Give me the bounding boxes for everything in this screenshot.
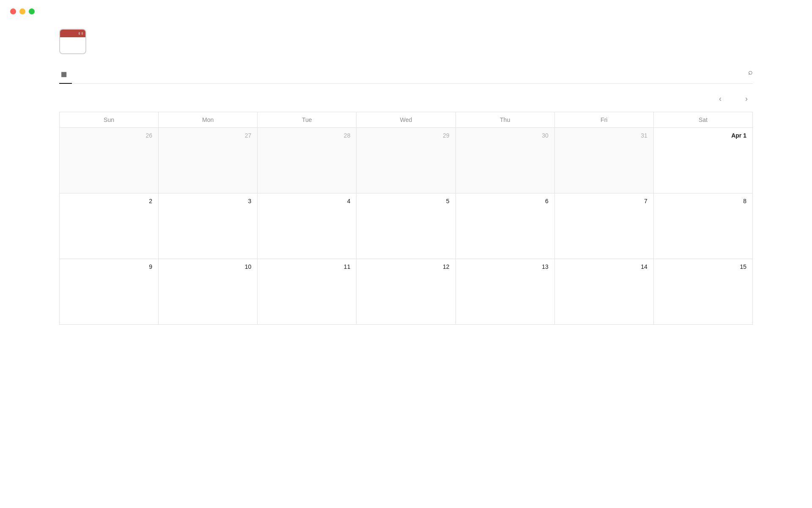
calendar-day-cell[interactable]: 3: [159, 193, 258, 259]
day-number: 29: [360, 132, 449, 139]
calendar-day-cell[interactable]: 15: [653, 259, 752, 325]
day-number: 9: [63, 263, 152, 270]
nav-controls: ‹ ›: [714, 92, 753, 105]
day-number: 3: [162, 198, 251, 204]
calendar-day-cell[interactable]: 6: [455, 193, 554, 259]
app-icon: [59, 27, 86, 54]
calendar-day-cell[interactable]: 12: [357, 259, 455, 325]
toolbar-right: ⌕: [731, 68, 753, 82]
day-number: Apr 1: [657, 132, 746, 139]
close-button[interactable]: [10, 8, 16, 14]
day-of-week-fri: Fri: [554, 112, 653, 128]
view-bar: ▦ ⌕: [59, 66, 753, 84]
day-of-week-wed: Wed: [357, 112, 455, 128]
calendar-week-0: 262728293031Apr 1: [60, 128, 753, 193]
calendar-day-cell[interactable]: 29: [357, 128, 455, 193]
prev-month-button[interactable]: ‹: [714, 92, 727, 105]
day-number: 30: [459, 132, 549, 139]
header: [59, 27, 753, 54]
today-button[interactable]: [730, 97, 737, 100]
calendar-day-cell[interactable]: Apr 1: [653, 128, 752, 193]
day-number: 27: [162, 132, 251, 139]
day-number: 12: [360, 263, 449, 270]
day-number: 2: [63, 198, 152, 204]
day-number: 28: [261, 132, 350, 139]
view-tabs: ▦: [59, 66, 72, 83]
icon-day: [60, 37, 85, 39]
calendar-day-cell[interactable]: 13: [455, 259, 554, 325]
day-number: 7: [558, 198, 647, 204]
day-number: 10: [162, 263, 251, 270]
calendar-view-icon: ▦: [61, 70, 67, 78]
calendar-header-row: SunMonTueWedThuFriSat: [60, 112, 753, 128]
day-of-week-thu: Thu: [455, 112, 554, 128]
calendar-body: 262728293031Apr 123456789101112131415: [60, 128, 753, 325]
next-month-button[interactable]: ›: [740, 92, 753, 105]
day-number: 26: [63, 132, 152, 139]
search-icon[interactable]: ⌕: [748, 68, 753, 77]
calendar-nav: ‹ ›: [59, 84, 753, 112]
calendar-day-cell[interactable]: 28: [258, 128, 357, 193]
calendar-day-cell[interactable]: 9: [60, 259, 159, 325]
calendar-day-cell[interactable]: 8: [653, 193, 752, 259]
day-number: 11: [261, 263, 350, 270]
day-of-week-tue: Tue: [258, 112, 357, 128]
day-of-week-mon: Mon: [159, 112, 258, 128]
calendar-day-cell[interactable]: 11: [258, 259, 357, 325]
calendar-week-1: 2345678: [60, 193, 753, 259]
day-number: 6: [459, 198, 549, 204]
day-number: 5: [360, 198, 449, 204]
day-number: 13: [459, 263, 549, 270]
calendar-day-cell[interactable]: 14: [554, 259, 653, 325]
app-container: ▦ ⌕ ‹ › SunMonTueWedThuFriSat 2627282930…: [0, 27, 812, 325]
calendar-day-cell[interactable]: 26: [60, 128, 159, 193]
calendar-view-tab[interactable]: ▦: [59, 66, 72, 84]
calendar-grid: SunMonTueWedThuFriSat 262728293031Apr 12…: [59, 112, 753, 325]
day-of-week-sun: Sun: [60, 112, 159, 128]
calendar-day-cell[interactable]: 4: [258, 193, 357, 259]
calendar-week-2: 9101112131415: [60, 259, 753, 325]
maximize-button[interactable]: [29, 8, 35, 14]
day-of-week-sat: Sat: [653, 112, 752, 128]
day-number: 4: [261, 198, 350, 204]
minimize-button[interactable]: [19, 8, 25, 14]
calendar-day-cell[interactable]: 7: [554, 193, 653, 259]
day-number: 8: [657, 198, 746, 204]
calendar-day-cell[interactable]: 2: [60, 193, 159, 259]
calendar-day-cell[interactable]: 31: [554, 128, 653, 193]
day-number: 15: [657, 263, 746, 270]
day-number: 14: [558, 263, 647, 270]
day-number: 31: [558, 132, 647, 139]
calendar-day-cell[interactable]: 30: [455, 128, 554, 193]
calendar-day-cell[interactable]: 27: [159, 128, 258, 193]
calendar-day-cell[interactable]: 10: [159, 259, 258, 325]
calendar-day-cell[interactable]: 5: [357, 193, 455, 259]
traffic-lights: [0, 0, 812, 23]
